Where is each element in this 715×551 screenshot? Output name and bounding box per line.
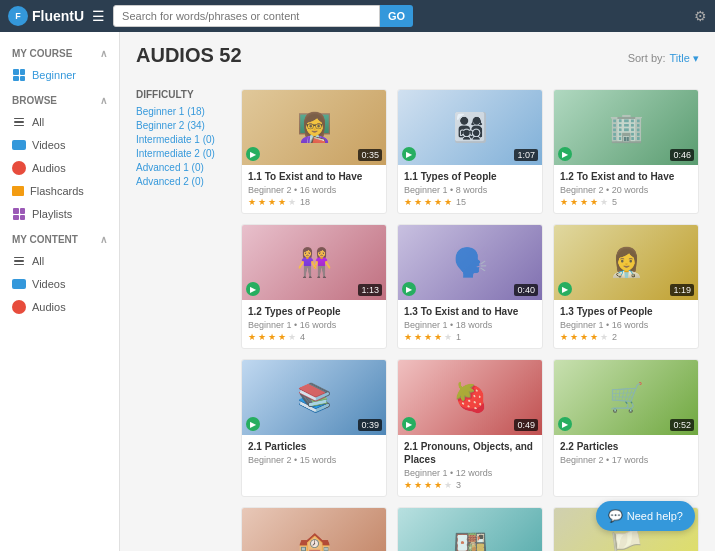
media-card[interactable]: 👩‍🏫 ▶ 0:35 1.1 To Exist and to Have Begi… [241,89,387,214]
sort-label: Sort by: [628,52,666,64]
review-count: 3 [456,480,461,490]
review-count: 5 [612,197,617,207]
sidebar-item-browse-flashcards[interactable]: Flashcards [0,180,119,202]
media-card[interactable]: 🏫 ▶ 0:43 2.2 Pronouns, Objects, and Plac… [241,507,387,551]
hamburger-icon[interactable]: ☰ [92,8,105,24]
difficulty-item-3[interactable]: Intermediate 2 (0) [136,148,231,159]
content-audios-label: Audios [32,301,66,313]
sidebar-item-content-videos[interactable]: Videos [0,273,119,295]
browse-title: BROWSE ∧ [0,87,119,110]
star-filled: ★ [414,197,422,207]
beginner-grid-icon [12,68,26,82]
audio-type-badge: ▶ [558,282,572,296]
card-stars: ★★★★★3 [404,480,536,490]
card-stars: ★★★★★4 [248,332,380,342]
audio-type-badge: ▶ [246,282,260,296]
content-videos-icon [12,279,26,289]
card-title: 1.1 To Exist and to Have [248,170,380,183]
browse-playlists-label: Playlists [32,208,72,220]
thumbnail: 👭 ▶ 1:13 [242,225,386,300]
logo[interactable]: F FluentU [8,6,84,26]
search-button[interactable]: GO [380,5,413,27]
content-all-icon [12,254,26,268]
browse-flashcards-label: Flashcards [30,185,84,197]
media-card[interactable]: 👭 ▶ 1:13 1.2 Types of People Beginner 1 … [241,224,387,349]
audio-type-badge: ▶ [402,282,416,296]
sidebar-item-browse-all[interactable]: All [0,110,119,134]
star-filled: ★ [570,197,578,207]
difficulty-item-4[interactable]: Advanced 1 (0) [136,162,231,173]
media-card[interactable]: 🍱 ▶ 0:52 2.3 Particles Beginner 2 • 20 w… [397,507,543,551]
media-card[interactable]: 👨‍👩‍👧‍👦 ▶ 1:07 1.1 Types of People Begin… [397,89,543,214]
media-card[interactable]: 👩‍⚕️ ▶ 1:19 1.3 Types of People Beginner… [553,224,699,349]
card-stars: ★★★★★5 [560,197,692,207]
beginner-label: Beginner [32,69,76,81]
thumbnail: 🗣️ ▶ 0:40 [398,225,542,300]
sidebar-item-browse-audios[interactable]: Audios [0,156,119,180]
thumbnail: 👩‍🏫 ▶ 0:35 [242,90,386,165]
thumbnail-image: 🏫 [242,508,386,551]
difficulty-item-0[interactable]: Beginner 1 (18) [136,106,231,117]
star-empty: ★ [444,480,452,490]
audio-type-badge: ▶ [558,417,572,431]
audio-type-badge: ▶ [402,147,416,161]
media-card[interactable]: 🗣️ ▶ 0:40 1.3 To Exist and to Have Begin… [397,224,543,349]
media-card[interactable]: 🍓 ▶ 0:49 2.1 Pronouns, Objects, and Plac… [397,359,543,497]
duration-badge: 1:07 [514,149,538,161]
star-filled: ★ [414,480,422,490]
browse-all-label: All [32,116,44,128]
difficulty-item-2[interactable]: Intermediate 1 (0) [136,134,231,145]
my-course-chevron: ∧ [100,48,107,59]
sidebar-item-content-audios[interactable]: Audios [0,295,119,319]
star-filled: ★ [268,332,276,342]
media-card[interactable]: 🛒 ▶ 0:52 2.2 Particles Beginner 2 • 17 w… [553,359,699,497]
review-count: 18 [300,197,310,207]
duration-badge: 0:40 [514,284,538,296]
sidebar-item-beginner[interactable]: Beginner [0,63,119,87]
card-meta: Beginner 2 • 15 words [248,455,380,465]
star-filled: ★ [258,197,266,207]
star-filled: ★ [414,332,422,342]
media-card[interactable]: 🏢 ▶ 0:46 1.2 To Exist and to Have Beginn… [553,89,699,214]
settings-icon[interactable]: ⚙ [694,8,707,24]
difficulty-filter: DIFFICULTY Beginner 1 (18) Beginner 2 (3… [136,89,241,551]
star-filled: ★ [434,332,442,342]
media-grid: 👩‍🏫 ▶ 0:35 1.1 To Exist and to Have Begi… [241,89,699,551]
card-meta: Beginner 2 • 20 words [560,185,692,195]
browse-chevron: ∧ [100,95,107,106]
search-input[interactable] [113,5,380,27]
sidebar-item-browse-videos[interactable]: Videos [0,134,119,156]
thumbnail: 🏫 ▶ 0:43 [242,508,386,551]
sidebar-item-browse-playlists[interactable]: Playlists [0,202,119,226]
card-info: 1.3 To Exist and to Have Beginner 1 • 18… [398,300,542,348]
card-meta: Beginner 1 • 18 words [404,320,536,330]
help-icon: 💬 [608,509,623,523]
star-empty: ★ [288,332,296,342]
card-info: 2.2 Particles Beginner 2 • 17 words [554,435,698,473]
star-filled: ★ [580,332,588,342]
difficulty-item-1[interactable]: Beginner 2 (34) [136,120,231,131]
star-empty: ★ [444,332,452,342]
star-filled: ★ [248,332,256,342]
card-meta: Beginner 1 • 8 words [404,185,536,195]
card-title: 1.3 Types of People [560,305,692,318]
sort-value[interactable]: Title ▾ [670,52,699,65]
difficulty-item-5[interactable]: Advanced 2 (0) [136,176,231,187]
sidebar-item-content-all[interactable]: All [0,249,119,273]
card-meta: Beginner 1 • 16 words [248,320,380,330]
media-card[interactable]: 📚 ▶ 0:39 2.1 Particles Beginner 2 • 15 w… [241,359,387,497]
review-count: 2 [612,332,617,342]
top-nav: F FluentU ☰ GO ⚙ [0,0,715,32]
logo-icon: F [8,6,28,26]
card-info: 1.1 Types of People Beginner 1 • 8 words… [398,165,542,213]
star-filled: ★ [424,480,432,490]
card-info: 2.1 Particles Beginner 2 • 15 words [242,435,386,473]
star-filled: ★ [560,332,568,342]
star-filled: ★ [570,332,578,342]
search-bar: GO [113,5,413,27]
card-info: 1.3 Types of People Beginner 1 • 16 word… [554,300,698,348]
help-button[interactable]: 💬 Need help? [596,501,695,531]
card-meta: Beginner 2 • 16 words [248,185,380,195]
card-title: 1.2 Types of People [248,305,380,318]
card-info: 2.1 Pronouns, Objects, and Places Beginn… [398,435,542,496]
